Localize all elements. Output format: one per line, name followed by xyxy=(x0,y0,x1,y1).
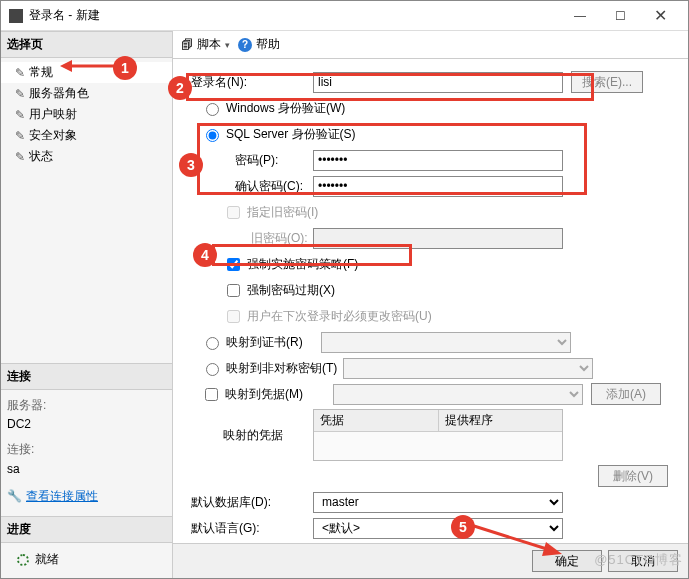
page-icon: ✎ xyxy=(15,108,25,122)
default-db-select[interactable]: master xyxy=(313,492,563,513)
status-icon xyxy=(17,554,29,566)
page-icon: ✎ xyxy=(15,150,25,164)
confirm-password-label: 确认密码(C): xyxy=(183,178,313,195)
sidebar-item-label: 状态 xyxy=(29,148,53,165)
cancel-button[interactable]: 取消 xyxy=(608,550,678,572)
cert-select xyxy=(321,332,571,353)
windows-auth-radio[interactable]: Windows 身份验证(W) xyxy=(201,100,345,117)
title-bar: 登录名 - 新建 — ☐ ✕ xyxy=(1,1,688,31)
sidebar-item-general[interactable]: ✎常规 xyxy=(1,62,172,83)
help-icon: ? xyxy=(238,38,252,52)
toolbar: 🗐脚本▾ ?帮助 xyxy=(173,31,688,59)
login-name-input[interactable] xyxy=(313,72,563,93)
sidebar-item-server-roles[interactable]: ✎服务器角色 xyxy=(1,83,172,104)
progress-header: 进度 xyxy=(1,516,172,543)
dialog-footer: 确定 取消 xyxy=(173,543,688,578)
close-button[interactable]: ✕ xyxy=(640,2,680,30)
help-button[interactable]: ?帮助 xyxy=(238,36,280,53)
page-icon: ✎ xyxy=(15,87,25,101)
sidebar-item-label: 用户映射 xyxy=(29,106,77,123)
mapped-credentials-label: 映射的凭据 xyxy=(183,427,313,444)
login-name-label: 登录名(N): xyxy=(183,74,313,91)
minimize-button[interactable]: — xyxy=(560,2,600,30)
maximize-button[interactable]: ☐ xyxy=(600,2,640,30)
sidebar-item-label: 常规 xyxy=(29,64,53,81)
server-value: DC2 xyxy=(7,415,166,434)
map-to-cert-radio[interactable]: 映射到证书(R) xyxy=(201,334,303,351)
remove-credential-button: 删除(V) xyxy=(598,465,668,487)
view-connection-properties-link[interactable]: 查看连接属性 xyxy=(26,489,98,503)
default-lang-select[interactable]: <默认> xyxy=(313,518,563,539)
connection-value: sa xyxy=(7,460,166,479)
page-list: ✎常规 ✎服务器角色 ✎用户映射 ✎安全对象 ✎状态 xyxy=(1,58,172,179)
map-to-asymkey-radio[interactable]: 映射到非对称密钥(T) xyxy=(201,360,337,377)
sidebar-item-status[interactable]: ✎状态 xyxy=(1,146,172,167)
window-title: 登录名 - 新建 xyxy=(29,7,560,24)
asymkey-select xyxy=(343,358,593,379)
add-credential-button: 添加(A) xyxy=(591,383,661,405)
wrench-icon: 🔧 xyxy=(7,489,22,503)
script-button[interactable]: 🗐脚本▾ xyxy=(181,36,230,53)
page-icon: ✎ xyxy=(15,66,25,80)
server-label: 服务器: xyxy=(7,396,166,415)
select-page-header: 选择页 xyxy=(1,31,172,58)
grid-col-provider: 提供程序 xyxy=(439,410,563,431)
script-icon: 🗐 xyxy=(181,38,193,52)
content-area: 选择页 ✎常规 ✎服务器角色 ✎用户映射 ✎安全对象 ✎状态 连接 服务器: D… xyxy=(1,31,688,578)
password-label: 密码(P): xyxy=(183,152,313,169)
credential-select xyxy=(333,384,583,405)
default-lang-label: 默认语言(G): xyxy=(183,520,313,537)
confirm-password-input[interactable] xyxy=(313,176,563,197)
form-area: 登录名(N): 搜索(E)... Windows 身份验证(W) SQL Ser… xyxy=(173,59,688,543)
old-password-input xyxy=(313,228,563,249)
old-password-label: 旧密码(O): xyxy=(183,230,313,247)
main-panel: 🗐脚本▾ ?帮助 登录名(N): 搜索(E)... Windows 身份验证(W… xyxy=(173,31,688,578)
page-icon: ✎ xyxy=(15,129,25,143)
connection-label: 连接: xyxy=(7,440,166,459)
enforce-expiration-check[interactable]: 强制密码过期(X) xyxy=(223,281,335,300)
sidebar-item-user-mapping[interactable]: ✎用户映射 xyxy=(1,104,172,125)
search-button[interactable]: 搜索(E)... xyxy=(571,71,643,93)
sidebar-item-securables[interactable]: ✎安全对象 xyxy=(1,125,172,146)
sidebar-item-label: 安全对象 xyxy=(29,127,77,144)
sidebar: 选择页 ✎常规 ✎服务器角色 ✎用户映射 ✎安全对象 ✎状态 连接 服务器: D… xyxy=(1,31,173,578)
grid-col-credential: 凭据 xyxy=(314,410,439,431)
default-db-label: 默认数据库(D): xyxy=(183,494,313,511)
specify-old-password-check: 指定旧密码(I) xyxy=(223,203,318,222)
status-text: 就绪 xyxy=(35,551,59,568)
chevron-down-icon: ▾ xyxy=(225,40,230,50)
sidebar-item-label: 服务器角色 xyxy=(29,85,89,102)
progress-status: 就绪 xyxy=(1,543,172,578)
map-to-credential-check[interactable]: 映射到凭据(M) xyxy=(201,385,303,404)
must-change-check: 用户在下次登录时必须更改密码(U) xyxy=(223,307,432,326)
app-icon xyxy=(9,9,23,23)
connection-header: 连接 xyxy=(1,363,172,390)
sql-auth-radio[interactable]: SQL Server 身份验证(S) xyxy=(201,126,356,143)
ok-button[interactable]: 确定 xyxy=(532,550,602,572)
password-input[interactable] xyxy=(313,150,563,171)
credentials-grid: 凭据提供程序 xyxy=(313,409,563,461)
enforce-policy-check[interactable]: 强制实施密码策略(F) xyxy=(223,255,358,274)
connection-info: 服务器: DC2 连接: sa 🔧查看连接属性 xyxy=(1,390,172,516)
dialog-window: 登录名 - 新建 — ☐ ✕ 选择页 ✎常规 ✎服务器角色 ✎用户映射 ✎安全对… xyxy=(0,0,689,579)
